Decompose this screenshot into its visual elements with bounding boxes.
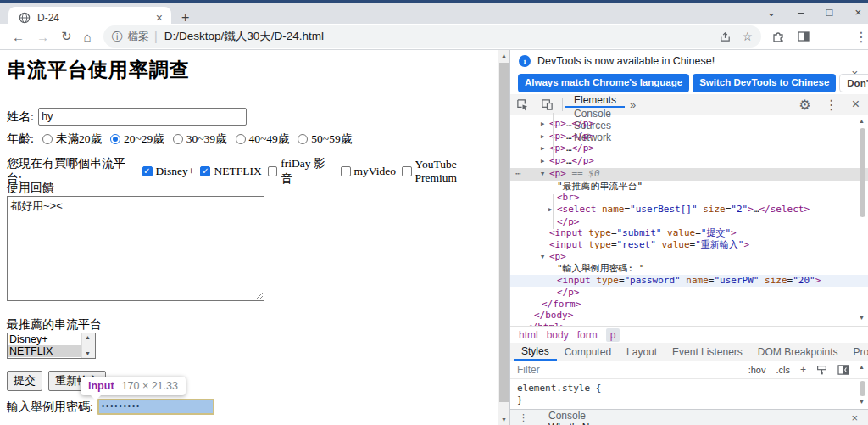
page-scrollbar[interactable]: ▲ ▼	[498, 50, 509, 425]
dom-tree-row[interactable]: ▶<p>…</p>	[510, 143, 868, 155]
checkbox-icon[interactable]	[341, 166, 351, 176]
drawer-tab[interactable]: What's New×	[540, 422, 620, 425]
platform-option[interactable]: friDay 影音	[268, 156, 335, 187]
scroll-down-icon[interactable]: ▼	[501, 417, 507, 422]
more-tabs-icon[interactable]: »	[625, 94, 641, 115]
rendering-emulation-icon[interactable]	[816, 365, 827, 376]
styles-tab[interactable]: Layout	[619, 343, 665, 361]
dom-tree-row[interactable]: ⋯▼<p> == $0	[510, 168, 868, 181]
dom-tree-row[interactable]: ▶<p>…</p>	[510, 131, 868, 143]
expand-arrow-icon[interactable]: ▼	[541, 252, 549, 264]
styles-tab[interactable]: Properties	[846, 343, 868, 361]
maximize-button[interactable]: □	[826, 6, 833, 19]
expand-arrow-icon[interactable]: ▶	[541, 119, 549, 131]
platform-option[interactable]: ✓NETFLIX	[200, 165, 261, 178]
styles-tab[interactable]: Event Listeners	[665, 343, 750, 361]
checkbox-icon[interactable]: ✓	[142, 166, 153, 176]
platform-option[interactable]: ✓Disney+	[142, 165, 195, 178]
breadcrumb-item[interactable]: p	[606, 328, 620, 342]
age-option[interactable]: 50~59歲	[298, 131, 352, 147]
switch-to-chinese-button[interactable]: Switch DevTools to Chinese	[693, 74, 836, 92]
back-button[interactable]: ←	[12, 30, 25, 44]
drawer-menu-icon[interactable]: ⋮	[519, 410, 528, 425]
platform-option[interactable]: myVideo	[341, 165, 396, 178]
window-close-button[interactable]: ×	[854, 6, 861, 19]
devtools-menu-icon[interactable]: ⋮	[825, 97, 838, 113]
age-option[interactable]: 未滿20歲	[42, 131, 102, 147]
settings-gear-icon[interactable]: ⚙	[798, 97, 810, 113]
scroll-up-icon[interactable]: ▲	[501, 53, 507, 59]
reload-button[interactable]: ↻	[61, 29, 72, 44]
extensions-puzzle-icon[interactable]	[771, 30, 785, 43]
breadcrumb-item[interactable]: html	[519, 329, 538, 341]
expand-arrow-icon[interactable]: ▶	[541, 131, 549, 143]
more-actions-icon[interactable]: ⋯	[515, 168, 520, 180]
scroll-up-icon[interactable]: ▲	[859, 118, 865, 124]
device-toolbar-icon[interactable]	[535, 94, 559, 115]
toggle-classes-button[interactable]: .cls	[776, 365, 790, 375]
browser-menu-icon[interactable]: ⋮	[854, 29, 868, 45]
element-style-rule[interactable]: element.style { }	[510, 379, 868, 409]
scroll-down-icon[interactable]: ▼	[859, 315, 865, 321]
radio-icon[interactable]	[236, 134, 246, 144]
name-input[interactable]: hy	[38, 108, 247, 126]
share-icon[interactable]	[719, 31, 732, 43]
expand-arrow-icon[interactable]: ▶	[541, 143, 549, 155]
checkbox-icon[interactable]: ✓	[200, 166, 210, 176]
url-text[interactable]: D:/Desktop/鐵人30天/D-24.html	[164, 29, 709, 44]
drawer-tab[interactable]: Console	[540, 410, 620, 422]
age-option[interactable]: 40~49歲	[236, 131, 290, 147]
radio-icon[interactable]	[110, 134, 120, 144]
listbox-scrollbar[interactable]: ▲ ▼	[81, 333, 95, 358]
dom-tree-row[interactable]: </p>	[510, 287, 868, 299]
age-option[interactable]: 30~39歲	[173, 131, 227, 147]
scroll-down-icon[interactable]: ▼	[85, 350, 91, 357]
minimize-button[interactable]: –	[798, 6, 804, 19]
radio-icon[interactable]	[42, 134, 53, 144]
breadcrumb-item[interactable]: form	[577, 329, 598, 341]
computed-sidebar-toggle-icon[interactable]	[837, 365, 849, 375]
side-panel-icon[interactable]	[797, 30, 810, 43]
dom-tree-row[interactable]: <input type="password" name="userPW" siz…	[510, 275, 868, 287]
checkbox-icon[interactable]	[402, 166, 412, 176]
dom-tree-row[interactable]: ▶<p>…</p>	[510, 155, 868, 168]
styles-tab[interactable]: Computed	[557, 343, 619, 361]
checkbox-icon[interactable]	[268, 166, 278, 176]
devtools-close-icon[interactable]: ×	[852, 97, 860, 112]
profile-avatar[interactable]	[822, 26, 843, 47]
dom-tree-row[interactable]: ▼<p>	[510, 251, 868, 264]
scroll-up-icon[interactable]: ▲	[859, 364, 865, 370]
feedback-textarea[interactable]: 都好用~><	[7, 196, 264, 301]
breadcrumb-item[interactable]: body	[547, 329, 569, 341]
best-platform-listbox[interactable]: Disney+NETFLIX ▲ ▼	[7, 333, 96, 359]
devtools-tab-elements[interactable]: Elements	[565, 94, 625, 108]
styles-tab[interactable]: Styles	[514, 343, 557, 361]
style-rule-open[interactable]: element.style {	[517, 383, 868, 394]
styles-tab[interactable]: DOM Breakpoints	[750, 343, 846, 361]
radio-icon[interactable]	[173, 134, 183, 144]
password-input[interactable]: •••••••••	[97, 399, 214, 415]
dom-tree-row[interactable]: <input type="reset" value="重新輸入">	[510, 239, 868, 251]
dom-tree-row[interactable]: ▶<p>…</p>	[510, 118, 868, 131]
page-info-icon[interactable]: ⓘ	[112, 31, 123, 42]
address-bar[interactable]: ⓘ 檔案 | D:/Desktop/鐵人30天/D-24.html ☆	[103, 25, 761, 48]
platform-option[interactable]: YouTube Premium	[402, 158, 498, 185]
dom-tree-row[interactable]: </body>	[510, 310, 868, 322]
age-option[interactable]: 20~29歲	[110, 131, 164, 147]
dom-tree-row[interactable]: <br>	[510, 192, 868, 204]
textarea-resize-handle[interactable]	[254, 291, 263, 299]
home-button[interactable]: ⌂	[84, 30, 92, 44]
bookmark-star-icon[interactable]: ☆	[742, 30, 753, 43]
drawer-close-icon[interactable]: ×	[851, 410, 868, 425]
dom-tree-row[interactable]: "輸入舉例用密碼: "	[510, 263, 868, 275]
tab-close-icon[interactable]: ×	[154, 11, 164, 25]
tab-search-icon[interactable]: ⌄	[766, 6, 776, 19]
expand-arrow-icon[interactable]: ▼	[541, 169, 549, 181]
scroll-up-icon[interactable]: ▲	[85, 334, 91, 341]
dom-tree-row[interactable]: </form>	[510, 299, 868, 310]
dom-tree-row[interactable]: "最推薦的串流平台"	[510, 181, 868, 193]
dom-tree-row[interactable]: </p>	[510, 216, 868, 228]
scrollbar-thumb[interactable]	[499, 63, 509, 402]
inspect-element-icon[interactable]	[510, 94, 535, 115]
new-style-rule-icon[interactable]: +	[800, 364, 806, 376]
